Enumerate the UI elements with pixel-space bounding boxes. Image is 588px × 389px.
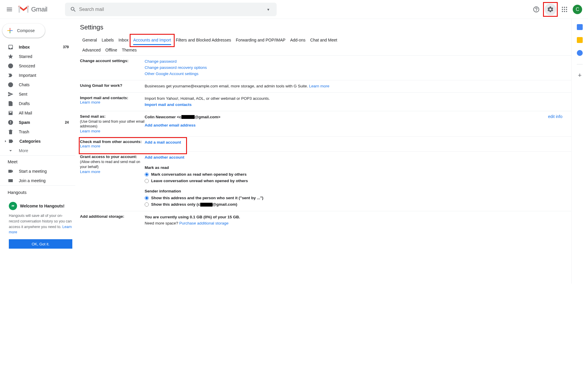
row-label: Send mail as:: [80, 114, 106, 119]
link-add-email[interactable]: Add another email address: [145, 123, 196, 127]
header: Gmail ▾ C: [0, 0, 588, 19]
link-add-mail-account[interactable]: Add a mail account: [145, 140, 181, 144]
google-apps-icon[interactable]: [559, 4, 570, 15]
gmail-logo-text: Gmail: [31, 6, 47, 13]
sidebar-item-sent[interactable]: Sent: [0, 89, 75, 99]
start-meeting[interactable]: Start a meeting: [0, 167, 75, 176]
radio-leave-unread[interactable]: [145, 179, 149, 183]
radio-show-address-only[interactable]: [145, 202, 149, 207]
link-learn-import[interactable]: Learn more: [80, 100, 100, 104]
tab-themes[interactable]: Themes: [120, 45, 139, 55]
svg-point-7: [566, 9, 567, 10]
tab-chat-meet[interactable]: Chat and Meet: [308, 35, 340, 45]
gmail-logo[interactable]: Gmail: [18, 5, 47, 14]
inbox-count: 379: [63, 45, 72, 49]
meet-label: Join a meeting: [19, 178, 46, 183]
page-title: Settings: [80, 24, 571, 31]
row-sublabel: (Use Gmail to send from your other email…: [80, 119, 145, 129]
sidebar-item-drafts[interactable]: Drafts: [0, 99, 75, 108]
svg-point-5: [562, 9, 563, 10]
sidebar-item-more[interactable]: More: [0, 146, 75, 155]
tab-labels[interactable]: Labels: [99, 35, 116, 45]
link-purchase-storage[interactable]: Purchase additional storage: [179, 221, 228, 225]
header-right: C: [530, 4, 586, 15]
calendar-icon[interactable]: [577, 24, 583, 30]
search-icon[interactable]: [67, 4, 79, 15]
tab-offline[interactable]: Offline: [103, 45, 119, 55]
nav-label: Inbox: [19, 45, 30, 49]
link-other-settings[interactable]: Other Google Account settings: [145, 72, 198, 76]
hangouts-ok-button[interactable]: OK, Got it.: [9, 239, 72, 249]
radio-label[interactable]: Leave conversation unread when opened by…: [151, 178, 248, 184]
keep-icon[interactable]: [577, 37, 583, 43]
radio-label[interactable]: Show this address and the person who sen…: [151, 195, 263, 201]
row-text: Import from Yahoo!, Hotmail, AOL, or oth…: [145, 96, 270, 101]
row-send-as: Send mail as: (Use Gmail to send from yo…: [80, 111, 571, 137]
nav-label: Spam: [19, 120, 30, 125]
svg-point-2: [562, 7, 563, 8]
row-label: Change account settings:: [80, 59, 128, 63]
row-check-mail: Check mail from other accounts: Learn mo…: [80, 137, 571, 152]
search-bar[interactable]: ▾: [65, 3, 277, 16]
compose-label: Compose: [17, 28, 35, 33]
storage-usage: You are currently using 0.1 GB (0%) of y…: [145, 215, 240, 219]
settings-icon[interactable]: [544, 4, 556, 15]
svg-rect-18: [10, 121, 11, 123]
important-icon: [8, 72, 14, 78]
tab-addons[interactable]: Add-ons: [288, 35, 308, 45]
row-label: Import mail and contacts:: [80, 96, 128, 100]
link-import-mail[interactable]: Import mail and contacts: [145, 102, 192, 107]
nav-label: Categories: [19, 139, 41, 144]
link-edit-info[interactable]: edit info: [548, 114, 562, 119]
search-input[interactable]: [79, 7, 263, 12]
nav-label: Important: [19, 73, 36, 78]
sidebar-item-important[interactable]: Important: [0, 71, 75, 80]
tab-forwarding[interactable]: Forwarding and POP/IMAP: [233, 35, 288, 45]
link-learn-gsuite[interactable]: Learn more: [309, 84, 329, 88]
link-add-account[interactable]: Add another account: [145, 155, 184, 159]
sidebar-item-trash[interactable]: Trash: [0, 127, 75, 137]
link-learn-grant[interactable]: Learn more: [80, 169, 100, 174]
nav-label: More: [19, 148, 28, 153]
tab-general[interactable]: General: [80, 35, 99, 45]
get-addons-icon[interactable]: +: [578, 72, 582, 79]
svg-point-3: [564, 7, 565, 8]
row-grant-access: Grant access to your account: (Allow oth…: [80, 152, 571, 211]
account-avatar[interactable]: C: [573, 5, 582, 14]
svg-point-4: [566, 7, 567, 8]
sidebar-item-chats[interactable]: Chats: [0, 80, 75, 89]
sidebar-item-allmail[interactable]: All Mail: [0, 108, 75, 118]
main-menu-icon[interactable]: [2, 2, 16, 16]
main-content: Settings General Labels Inbox Accounts a…: [75, 19, 572, 284]
join-meeting[interactable]: Join a meeting: [0, 176, 75, 185]
link-learn-sendas[interactable]: Learn more: [80, 129, 100, 133]
radio-label[interactable]: Show this address only (c@gmail.com): [151, 202, 237, 208]
search-options-icon[interactable]: ▾: [263, 7, 274, 12]
link-learn-checkmail[interactable]: Learn more: [80, 144, 100, 148]
radio-mark-read[interactable]: [145, 172, 149, 177]
sidebar-item-snoozed[interactable]: Snoozed: [0, 61, 75, 71]
radio-label[interactable]: Mark conversation as read when opened by…: [151, 172, 247, 178]
label-icon: [8, 138, 14, 144]
sidebar-item-starred[interactable]: Starred: [0, 52, 75, 61]
tab-advanced[interactable]: Advanced: [80, 45, 103, 55]
sidebar-item-categories[interactable]: Categories: [0, 137, 75, 146]
svg-rect-1: [27, 6, 29, 13]
camera-icon: [8, 168, 14, 174]
svg-rect-15: [10, 30, 10, 31]
nav-label: Sent: [19, 92, 27, 97]
tab-inbox[interactable]: Inbox: [116, 35, 131, 45]
tasks-icon[interactable]: [577, 50, 583, 56]
hangouts-text: Hangouts will save all of your on-record…: [9, 213, 72, 235]
link-change-password[interactable]: Change password: [145, 59, 177, 64]
inbox-icon: [8, 44, 14, 50]
link-recovery[interactable]: Change password recovery options: [145, 65, 207, 70]
nav-label: Drafts: [19, 101, 30, 106]
compose-button[interactable]: Compose: [2, 24, 45, 38]
tab-accounts-import[interactable]: Accounts and Import: [131, 35, 173, 45]
support-icon[interactable]: [530, 4, 542, 15]
tab-filters[interactable]: Filters and Blocked Addresses: [173, 35, 233, 45]
radio-show-sentby[interactable]: [145, 196, 149, 200]
sidebar-item-spam[interactable]: Spam 24: [0, 118, 75, 127]
sidebar-item-inbox[interactable]: Inbox 379: [0, 42, 75, 52]
